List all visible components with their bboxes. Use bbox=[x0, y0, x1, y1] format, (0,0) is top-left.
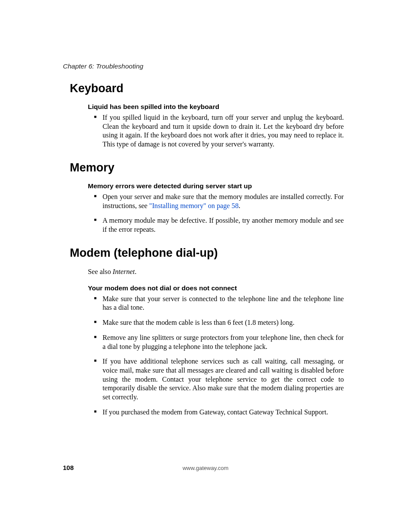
list-item: If you purchased the modem from Gateway,… bbox=[88, 408, 344, 417]
text-fragment: See also bbox=[88, 268, 113, 276]
subhead-keyboard-spill: Liquid has been spilled into the keyboar… bbox=[88, 103, 344, 111]
list-item: Make sure that the modem cable is less t… bbox=[88, 318, 344, 327]
subsection-keyboard: Liquid has been spilled into the keyboar… bbox=[88, 103, 344, 149]
page-content: Keyboard Liquid has been spilled into th… bbox=[70, 82, 344, 429]
bullet-list: Make sure that your server is connected … bbox=[88, 295, 344, 417]
see-also-paragraph: See also Internet. bbox=[88, 268, 344, 277]
list-item: If you have additional telephone service… bbox=[88, 357, 344, 402]
chapter-header: Chapter 6: Troubleshooting bbox=[63, 62, 143, 70]
section-title-memory: Memory bbox=[70, 161, 344, 174]
text-fragment: . bbox=[135, 268, 137, 276]
list-item: Make sure that your server is connected … bbox=[88, 295, 344, 312]
xref-installing-memory[interactable]: "Installing memory" on page 58 bbox=[149, 202, 238, 210]
list-item: Open your server and make sure that the … bbox=[88, 193, 344, 210]
list-item: A memory module may be defective. If pos… bbox=[88, 216, 344, 234]
subhead-memory-errors: Memory errors were detected during serve… bbox=[88, 182, 344, 190]
see-also-target: Internet bbox=[113, 268, 135, 276]
subsection-memory: Memory errors were detected during serve… bbox=[88, 182, 344, 234]
subhead-modem-no-dial: Your modem does not dial or does not con… bbox=[88, 284, 344, 292]
footer-url: www.gateway.com bbox=[0, 465, 411, 471]
bullet-list: Open your server and make sure that the … bbox=[88, 193, 344, 234]
footer-page-number: 108 bbox=[63, 464, 74, 471]
bullet-list: If you spilled liquid in the keyboard, t… bbox=[88, 113, 344, 149]
list-item: Remove any line splitters or surge prote… bbox=[88, 333, 344, 351]
text-fragment: . bbox=[239, 202, 240, 210]
section-title-keyboard: Keyboard bbox=[70, 82, 344, 95]
list-item: If you spilled liquid in the keyboard, t… bbox=[88, 113, 344, 149]
section-title-modem: Modem (telephone dial-up) bbox=[70, 246, 344, 260]
subsection-modem: Your modem does not dial or does not con… bbox=[88, 284, 344, 417]
